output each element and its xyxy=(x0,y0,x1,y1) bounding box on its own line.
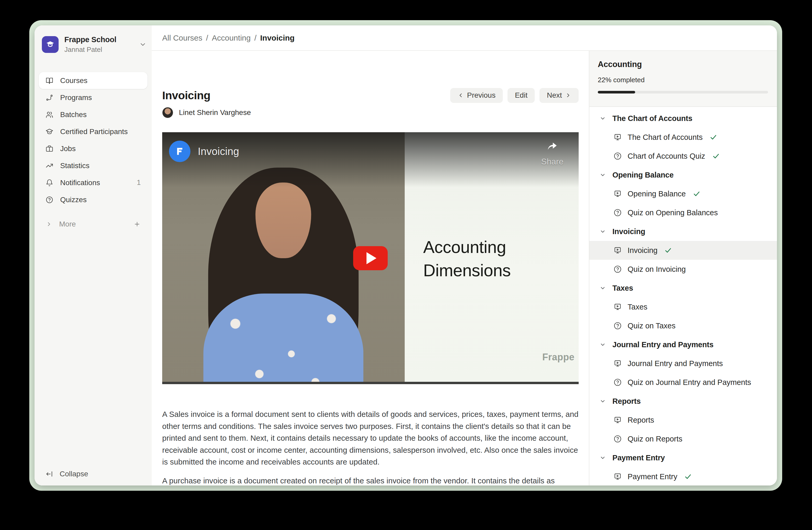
collapse-sidebar-button[interactable]: Collapse xyxy=(45,470,88,478)
outline-chapter-the-chart-of-accounts[interactable]: The Chart of Accounts xyxy=(589,109,777,128)
video-share-button[interactable]: Share xyxy=(541,140,564,167)
outline-lesson-invoicing[interactable]: Invoicing xyxy=(589,241,777,260)
outline-lesson-quiz-on-journal-entry-and-payments[interactable]: Quiz on Journal Entry and Payments xyxy=(589,373,777,392)
video-progress-bar[interactable] xyxy=(162,382,579,384)
sidebar-item-label: Batches xyxy=(60,111,87,119)
outline-lesson-quiz-on-taxes[interactable]: Quiz on Taxes xyxy=(589,316,777,335)
desktop-frame: Frappe School Jannat Patel CoursesProgra… xyxy=(29,20,782,491)
previous-button[interactable]: Previous xyxy=(450,88,503,103)
breadcrumb-separator: / xyxy=(254,33,256,42)
book-open-icon xyxy=(45,77,53,85)
chevron-down-icon[interactable] xyxy=(139,41,146,48)
outline-lesson-quiz-on-invoicing[interactable]: Quiz on Invoicing xyxy=(589,260,777,279)
video-player[interactable]: Accounting Dimensions Invoicing Share Fr… xyxy=(162,132,579,384)
sidebar-item-label: Statistics xyxy=(60,162,89,170)
video-lesson-icon xyxy=(613,416,622,424)
sidebar-item-programs[interactable]: Programs xyxy=(39,89,147,106)
edit-button[interactable]: Edit xyxy=(508,88,535,103)
lesson-nav-buttons: Previous Edit Next xyxy=(450,88,579,103)
outline-lesson-opening-balance[interactable]: Opening Balance xyxy=(589,184,777,203)
chapter-title: The Chart of Accounts xyxy=(612,114,693,123)
lesson-title: Taxes xyxy=(627,303,648,311)
video-overlay-title[interactable]: Invoicing xyxy=(198,145,239,157)
breadcrumb-accounting[interactable]: Accounting xyxy=(212,33,251,42)
outline-lesson-taxes[interactable]: Taxes xyxy=(589,297,777,316)
course-title: Accounting xyxy=(598,60,768,69)
chevron-right-icon xyxy=(45,221,52,227)
chevron-right-icon xyxy=(565,92,571,98)
sidebar-item-statistics[interactable]: Statistics xyxy=(39,157,147,174)
author-row: Linet Sherin Varghese xyxy=(162,107,251,118)
lesson-paragraph: A purchase invoice is a document created… xyxy=(162,475,579,486)
left-sidebar: Frappe School Jannat Patel CoursesProgra… xyxy=(34,25,152,486)
channel-avatar[interactable] xyxy=(169,141,190,162)
video-lesson-icon xyxy=(613,303,622,311)
outline-lesson-payment-entry[interactable]: Payment Entry xyxy=(589,467,777,486)
sidebar-item-courses[interactable]: Courses xyxy=(39,72,147,89)
main-content: Invoicing Previous Edit Next xyxy=(152,51,589,486)
chapter-title: Taxes xyxy=(612,284,633,293)
outline-lesson-the-chart-of-accounts[interactable]: The Chart of Accounts xyxy=(589,128,777,147)
play-icon xyxy=(366,252,376,264)
share-label: Share xyxy=(541,157,564,167)
lesson-title: Quiz on Taxes xyxy=(627,322,676,330)
outline-lesson-quiz-on-opening-balances[interactable]: Quiz on Opening Balances xyxy=(589,203,777,222)
outline-lesson-reports[interactable]: Reports xyxy=(589,410,777,430)
sidebar-menu: CoursesProgramsBatchesCertified Particip… xyxy=(39,72,147,233)
plus-icon[interactable] xyxy=(133,221,141,228)
outline-chapter-opening-balance[interactable]: Opening Balance xyxy=(589,166,777,184)
video-lesson-icon xyxy=(613,246,622,254)
sidebar-item-certified-participants[interactable]: Certified Participants xyxy=(39,123,147,140)
progress-label: 22% completed xyxy=(598,76,768,84)
outline-list: The Chart of AccountsThe Chart of Accoun… xyxy=(589,107,777,486)
breadcrumb-separator: / xyxy=(206,33,208,42)
chevron-down-icon xyxy=(599,341,606,348)
sidebar-item-notifications[interactable]: Notifications1 xyxy=(39,174,147,191)
outline-chapter-journal-entry-and-payments[interactable]: Journal Entry and Payments xyxy=(589,335,777,354)
video-lesson-icon xyxy=(613,190,622,198)
arrow-left-to-line-icon xyxy=(45,470,53,478)
lesson-title: Payment Entry xyxy=(627,472,677,481)
outline-chapter-payment-entry[interactable]: Payment Entry xyxy=(589,448,777,467)
top-header: All Courses / Accounting / Invoicing xyxy=(152,25,777,51)
sidebar-item-more[interactable]: More xyxy=(39,215,147,233)
programs-icon xyxy=(45,94,53,102)
sidebar-item-label: Notifications xyxy=(60,179,100,187)
course-progress-header: Accounting 22% completed xyxy=(589,51,777,107)
lesson-title: Invoicing xyxy=(627,246,657,255)
outline-chapter-reports[interactable]: Reports xyxy=(589,392,777,410)
play-button[interactable] xyxy=(353,246,388,270)
sidebar-item-quizzes[interactable]: Quizzes xyxy=(39,191,147,208)
outline-lesson-journal-entry-and-payments[interactable]: Journal Entry and Payments xyxy=(589,354,777,373)
outline-lesson-chart-of-accounts-quiz[interactable]: Chart of Accounts Quiz xyxy=(589,147,777,166)
share-arrow-icon xyxy=(546,140,559,152)
help-circle-icon xyxy=(45,196,53,204)
trending-up-icon xyxy=(45,162,53,170)
outline-chapter-taxes[interactable]: Taxes xyxy=(589,279,777,297)
course-outline-sidebar: Accounting 22% completed The Chart of Ac… xyxy=(589,51,777,486)
completed-check-icon xyxy=(684,473,692,480)
chevron-down-icon xyxy=(599,285,606,291)
chapter-title: Opening Balance xyxy=(612,171,673,179)
workspace-switcher[interactable]: Frappe School Jannat Patel xyxy=(42,36,146,54)
chapter-title: Journal Entry and Payments xyxy=(612,340,713,349)
chapter-title: Invoicing xyxy=(612,227,646,236)
frappe-f-icon xyxy=(174,146,185,157)
quiz-icon xyxy=(613,208,622,217)
video-watermark: Frappe xyxy=(542,352,575,363)
briefcase-icon xyxy=(45,145,53,153)
completed-check-icon xyxy=(693,190,700,198)
outline-lesson-quiz-on-reports[interactable]: Quiz on Reports xyxy=(589,430,777,448)
completed-check-icon xyxy=(709,133,717,141)
quiz-icon xyxy=(613,322,622,330)
sidebar-item-jobs[interactable]: Jobs xyxy=(39,140,147,157)
quiz-icon xyxy=(613,435,622,443)
users-icon xyxy=(45,111,53,118)
breadcrumb-all-courses[interactable]: All Courses xyxy=(162,33,202,42)
outline-chapter-invoicing[interactable]: Invoicing xyxy=(589,222,777,241)
collapse-label: Collapse xyxy=(60,470,88,478)
lesson-title: Quiz on Reports xyxy=(627,435,682,443)
sidebar-item-batches[interactable]: Batches xyxy=(39,106,147,123)
next-button[interactable]: Next xyxy=(539,88,579,103)
lesson-paragraph: A Sales invoice is a formal document sen… xyxy=(162,408,579,468)
